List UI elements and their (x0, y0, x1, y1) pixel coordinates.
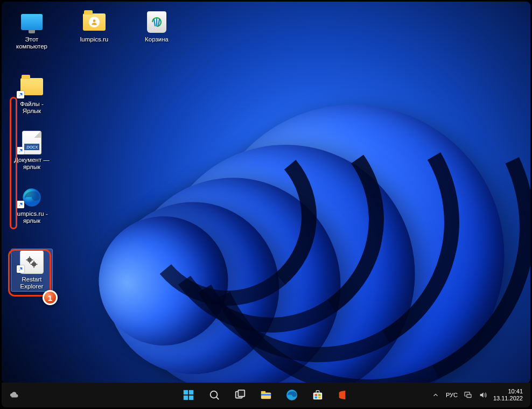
icon-label: lumpics.ru (80, 36, 108, 43)
taskbar-left (9, 390, 19, 400)
wallpaper-bloom (93, 66, 530, 383)
desktop-icon-files-shortcut[interactable]: Файлы - Ярлык (11, 75, 52, 115)
desktop[interactable]: Этот компьютер lumpics.ru Корзина Файлы … (2, 2, 530, 383)
store-button[interactable] (307, 385, 328, 405)
monitor-icon (21, 14, 43, 30)
svg-rect-24 (313, 392, 323, 399)
shortcut-overlay-icon (17, 91, 24, 98)
recycle-bin-icon (147, 11, 166, 33)
task-view-button[interactable] (230, 385, 250, 405)
svg-point-0 (93, 19, 96, 22)
icon-label: Этот компьютер (11, 36, 52, 50)
annotation-callout-1: 1 (43, 290, 58, 305)
icon-label: Restart Explorer (12, 276, 51, 290)
svg-point-2 (27, 258, 32, 262)
svg-rect-31 (467, 394, 471, 398)
desktop-icon-recycle-bin[interactable]: Корзина (136, 10, 177, 50)
icon-label: Корзина (145, 36, 169, 43)
docx-icon: .DOCX (22, 131, 41, 154)
folder-icon (83, 13, 106, 31)
callout-number: 1 (48, 293, 52, 302)
svg-rect-15 (189, 396, 193, 400)
svg-point-16 (211, 391, 218, 398)
clock-time: 10:41 (493, 388, 523, 395)
svg-rect-27 (318, 394, 321, 396)
desktop-icon-user-folder[interactable]: lumpics.ru (74, 10, 115, 50)
shortcut-overlay-icon (17, 147, 24, 154)
svg-rect-12 (184, 390, 188, 394)
desktop-icon-restart-explorer[interactable]: Restart Explorer (11, 249, 52, 291)
icon-label: lumpics.ru - ярлык (11, 210, 52, 224)
network-icon[interactable] (463, 390, 473, 400)
svg-rect-13 (189, 390, 193, 394)
desktop-icon-doc-shortcut[interactable]: .DOCX Документ — ярлык (11, 131, 52, 171)
edge-button[interactable] (282, 385, 302, 405)
svg-rect-22 (261, 394, 271, 396)
shortcut-overlay-icon (17, 201, 24, 208)
clock[interactable]: 10:41 13.11.2022 (493, 388, 523, 402)
desktop-icon-edge-shortcut[interactable]: lumpics.ru - ярлык (11, 187, 52, 224)
taskbar: РУС 10:41 13.11.2022 (2, 383, 530, 407)
edge-icon (21, 187, 43, 208)
shortcut-overlay-icon (17, 265, 24, 273)
svg-rect-21 (261, 391, 265, 394)
taskbar-center (178, 385, 354, 405)
language-indicator[interactable]: РУС (446, 392, 458, 398)
taskbar-right: РУС 10:41 13.11.2022 (431, 388, 523, 402)
start-button[interactable] (178, 385, 199, 405)
clock-date: 13.11.2022 (493, 395, 523, 402)
svg-point-3 (32, 262, 36, 266)
svg-rect-14 (184, 396, 188, 400)
icon-label: Документ — ярлык (11, 157, 52, 171)
office-button[interactable] (333, 385, 354, 405)
tray-chevron-icon[interactable] (431, 390, 440, 400)
svg-rect-26 (315, 394, 318, 396)
explorer-button[interactable] (256, 385, 276, 405)
svg-line-17 (216, 397, 219, 400)
icon-label: Файлы - Ярлык (11, 101, 52, 115)
svg-rect-28 (315, 397, 318, 399)
desktop-icon-this-pc[interactable]: Этот компьютер (11, 10, 52, 50)
weather-icon[interactable] (9, 390, 19, 400)
svg-rect-29 (318, 397, 321, 399)
svg-rect-19 (238, 390, 244, 397)
search-button[interactable] (204, 385, 225, 405)
volume-icon[interactable] (478, 390, 488, 400)
